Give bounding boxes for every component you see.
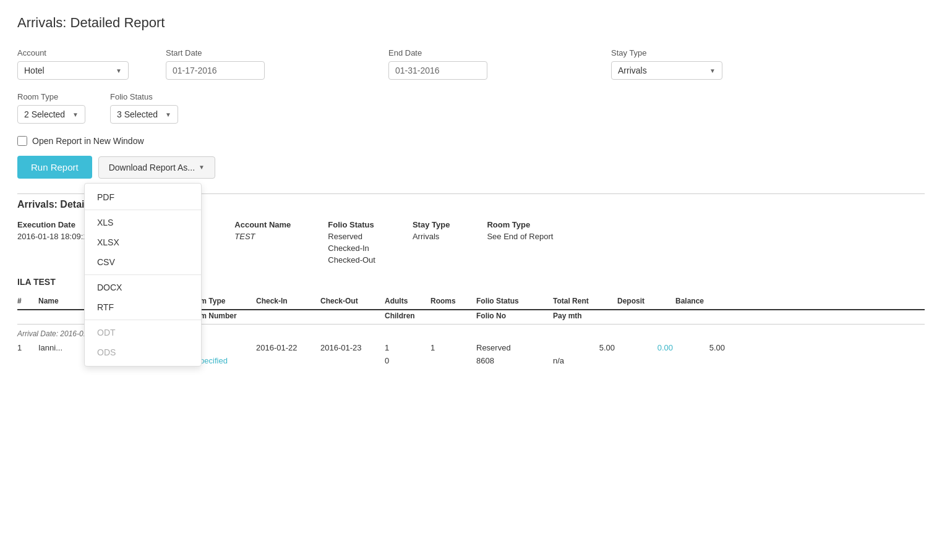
download-odt: ODT <box>85 323 201 342</box>
dropdown-divider-1 <box>85 210 201 210</box>
room-type-value: 2 Selected <box>24 109 65 119</box>
room-type-meta-label: Room Type <box>487 220 553 229</box>
run-report-button[interactable]: Run Report <box>17 156 92 179</box>
download-csv[interactable]: CSV <box>85 252 201 272</box>
col-rooms: Rooms <box>430 297 474 305</box>
account-dropdown[interactable]: Hotel ▼ <box>17 61 129 80</box>
col-sub-empty1 <box>17 312 36 320</box>
meta-stay-type: Stay Type Arrivals <box>413 220 450 265</box>
room-type-meta-value: See End of Report <box>487 232 553 241</box>
folio-status-meta-label: Folio Status <box>328 220 375 229</box>
col-sub-folio-no: Folio No <box>476 312 550 320</box>
account-name-label: Account Name <box>234 220 291 229</box>
download-xlsx[interactable]: XLSX <box>85 232 201 252</box>
start-date-input[interactable] <box>166 61 265 80</box>
new-window-checkbox[interactable] <box>17 136 27 146</box>
col-num: # <box>17 297 36 305</box>
col-sub-empty4 <box>320 312 382 320</box>
new-window-label[interactable]: Open Report in New Window <box>32 136 144 146</box>
room-type-label: Room Type <box>17 92 85 101</box>
row-checkin: 2016-01-22 <box>256 343 318 352</box>
folio-status-dropdown[interactable]: 3 Selected ▼ <box>110 105 178 124</box>
row-rooms: 1 <box>430 343 474 352</box>
folio-status-reserved: Reserved <box>328 232 375 241</box>
stay-type-label: Stay Type <box>611 48 747 57</box>
account-filter-group: Account Hotel ▼ <box>17 48 141 80</box>
stay-type-meta-label: Stay Type <box>413 220 450 229</box>
col-checkout: Check-Out <box>320 297 382 305</box>
row-checkout: 2016-01-23 <box>320 343 382 352</box>
download-xls[interactable]: XLS <box>85 213 201 232</box>
col-adults: Adults <box>385 297 428 305</box>
account-label: Account <box>17 48 141 57</box>
sub-empty3 <box>256 356 318 365</box>
stay-type-value: Arrivals <box>618 66 647 75</box>
folio-status-checkedout: Checked-Out <box>328 255 375 265</box>
room-type-filter-group: Room Type 2 Selected ▼ <box>17 92 85 124</box>
start-date-filter-group: Start Date <box>166 48 364 80</box>
meta-folio-status: Folio Status Reserved Checked-In Checked… <box>328 220 375 265</box>
col-sub-empty6 <box>617 312 673 320</box>
download-ods: ODS <box>85 342 201 362</box>
download-report-button[interactable]: Download Report As... ▼ <box>98 156 215 179</box>
stay-type-meta-value: Arrivals <box>413 232 450 241</box>
new-window-checkbox-row: Open Report in New Window <box>17 136 925 146</box>
dropdown-divider-3 <box>85 320 201 320</box>
col-sub-pay-mth: Pay mth <box>553 312 615 320</box>
action-button-row: Run Report Download Report As... ▼ PDF X… <box>17 156 925 179</box>
meta-room-type: Room Type See End of Report <box>487 220 553 265</box>
account-name-value: TEST <box>234 232 291 241</box>
start-date-label: Start Date <box>166 48 364 57</box>
col-balance: Balance <box>675 297 725 305</box>
sub-empty7 <box>675 356 725 365</box>
room-type-dropdown[interactable]: 2 Selected ▼ <box>17 105 85 124</box>
end-date-label: End Date <box>388 48 586 57</box>
col-sub-empty7 <box>675 312 725 320</box>
download-caret-icon: ▼ <box>199 164 205 171</box>
sub-empty5 <box>430 356 474 365</box>
row-folio-status: Reserved <box>476 343 550 352</box>
room-type-caret-icon: ▼ <box>72 111 79 118</box>
dropdown-divider-2 <box>85 274 201 275</box>
sub-children: 0 <box>385 356 428 365</box>
row-deposit: 0.00 <box>617 343 673 352</box>
row-balance: 5.00 <box>675 343 725 352</box>
sub-empty1 <box>17 356 36 365</box>
stay-type-caret-icon: ▼ <box>709 67 716 74</box>
end-date-filter-group: End Date <box>388 48 586 80</box>
stay-type-filter-group: Stay Type Arrivals ▼ <box>611 48 747 80</box>
folio-status-filter-group: Folio Status 3 Selected ▼ <box>110 92 178 124</box>
row-total-rent: 5.00 <box>553 343 615 352</box>
sub-empty4 <box>320 356 382 365</box>
col-sub-empty5 <box>430 312 474 320</box>
folio-status-value: 3 Selected <box>117 109 158 119</box>
download-rtf[interactable]: RTF <box>85 297 201 317</box>
col-deposit: Deposit <box>617 297 673 305</box>
col-folio-status: Folio Status <box>476 297 550 305</box>
meta-account-name: Account Name TEST <box>234 220 291 265</box>
col-total-rent: Total Rent <box>553 297 615 305</box>
filters-row2: Room Type 2 Selected ▼ Folio Status 3 Se… <box>17 92 925 124</box>
col-sub-empty3 <box>256 312 318 320</box>
end-date-input[interactable] <box>388 61 487 80</box>
folio-status-caret-icon: ▼ <box>165 111 171 118</box>
download-docx[interactable]: DOCX <box>85 278 201 297</box>
download-dropdown-menu: PDF XLS XLSX CSV DOCX RTF ODT ODS <box>84 183 202 367</box>
row-adults: 1 <box>385 343 428 352</box>
sub-pay-mth: n/a <box>553 356 615 365</box>
folio-status-label: Folio Status <box>110 92 178 101</box>
sub-empty6 <box>617 356 673 365</box>
filters-grid: Account Hotel ▼ Start Date End Date Stay… <box>17 48 925 80</box>
folio-status-checkedin: Checked-In <box>328 244 375 253</box>
stay-type-dropdown[interactable]: Arrivals ▼ <box>611 61 722 80</box>
col-sub-children: Children <box>385 312 428 320</box>
col-checkin: Check-In <box>256 297 318 305</box>
download-pdf[interactable]: PDF <box>85 187 201 207</box>
page-title: Arrivals: Detailed Report <box>17 15 925 31</box>
row-num: 1 <box>17 343 36 352</box>
account-caret-icon: ▼ <box>116 67 122 74</box>
sub-folio-no: 8608 <box>476 356 550 365</box>
download-report-label: Download Report As... <box>109 163 195 172</box>
account-value: Hotel <box>24 66 45 75</box>
